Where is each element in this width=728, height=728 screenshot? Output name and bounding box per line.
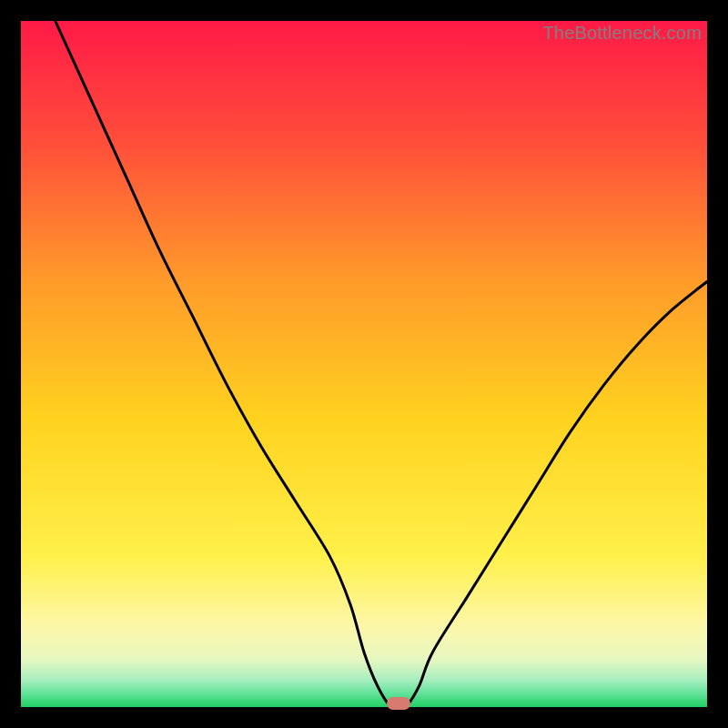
watermark-text: TheBottleneck.com [542, 23, 702, 44]
optimal-point-marker [387, 697, 410, 710]
bottleneck-chart [21, 21, 707, 707]
chart-frame: TheBottleneck.com [21, 21, 707, 707]
chart-background-gradient [21, 21, 707, 707]
